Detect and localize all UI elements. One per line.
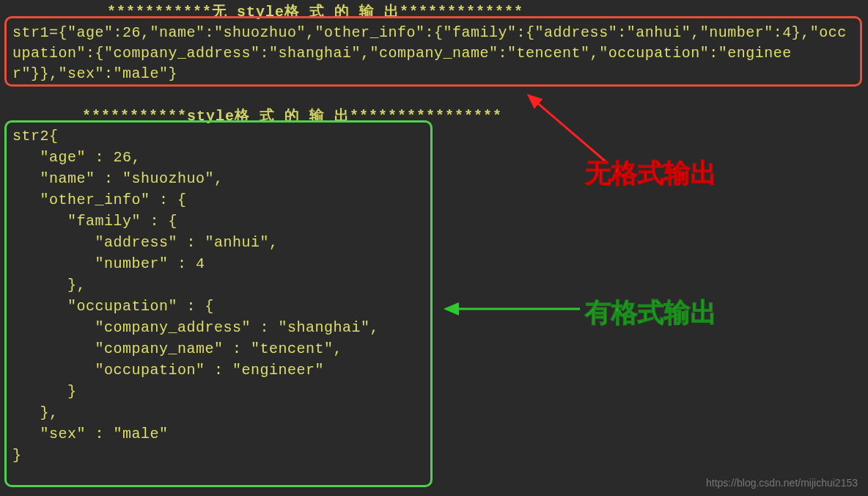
formatted-box: str2{ "age" : 26, "name" : "shuozhuo", "… [4, 120, 433, 487]
formatted-content: str2{ "age" : 26, "name" : "shuozhuo", "… [12, 125, 424, 466]
arrow-green-icon [437, 298, 584, 320]
watermark-text: https://blog.csdn.net/mijichui2153 [706, 477, 858, 489]
label-no-format: 无格式输出 [585, 156, 717, 192]
no-format-box: str1={"age":26,"name":"shuozhuo","other_… [4, 16, 862, 87]
label-formatted: 有格式输出 [585, 295, 717, 331]
svg-line-1 [529, 95, 606, 161]
no-format-content: str1={"age":26,"name":"shuozhuo","other_… [12, 23, 854, 84]
